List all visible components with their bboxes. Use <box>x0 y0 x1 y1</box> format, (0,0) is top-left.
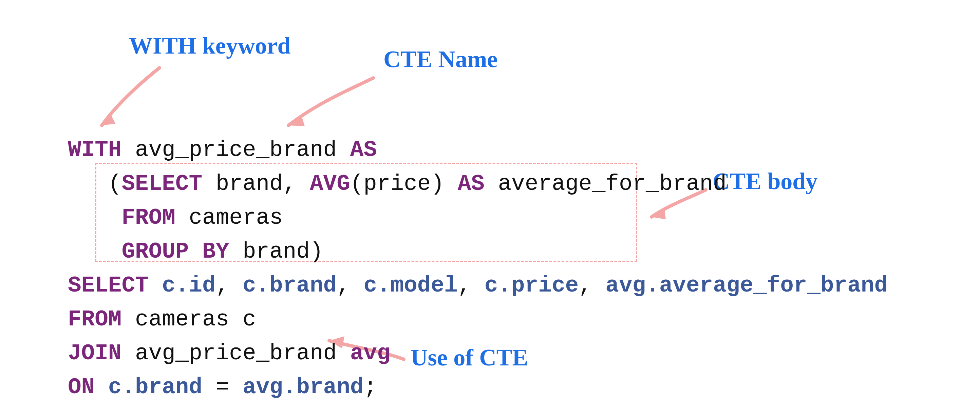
indent-3 <box>68 205 121 230</box>
tbl-cameras: cameras <box>189 205 283 230</box>
cte-name: avg_price_brand <box>135 137 350 163</box>
code-line-5: SELECT c.id, c.brand, c.model, c.price, … <box>68 274 888 297</box>
code-line-2: (SELECT brand, AVG(price) AS average_for… <box>68 173 727 195</box>
col-brand: brand, <box>216 171 310 197</box>
sep-1: , <box>216 273 243 298</box>
arrow-with-keyword <box>92 61 180 136</box>
fn-avg: AVG <box>310 171 350 197</box>
annotation-cte-body: CTE body <box>713 170 818 193</box>
col-avg-afb: avg.average_for_brand <box>605 273 888 298</box>
annotation-cte-name: CTE Name <box>383 48 498 71</box>
code-line-4: GROUP BY brand) <box>68 241 323 263</box>
col-c-brand-2: c.brand <box>108 374 216 400</box>
keyword-select: SELECT <box>121 171 215 197</box>
annotation-with-keyword: WITH keyword <box>129 34 291 58</box>
tbl-avg-price-brand: avg_price_brand <box>135 341 350 366</box>
semicolon: ; <box>363 374 377 400</box>
indent-4 <box>68 239 121 265</box>
keyword-with: WITH <box>68 137 135 163</box>
code-line-1: WITH avg_price_brand AS <box>68 139 377 162</box>
diagram-canvas: WITH keyword CTE Name CTE body Use of CT… <box>0 0 980 420</box>
col-avg-brand: avg.brand <box>243 374 363 400</box>
keyword-as-2: AS <box>458 171 498 197</box>
code-line-7: JOIN avg_price_brand avg <box>68 342 391 365</box>
eq-sign: = <box>216 374 243 400</box>
col-c-model: c.model <box>363 273 457 298</box>
keyword-group: GROUP <box>121 239 202 265</box>
keyword-from-2: FROM <box>68 307 135 332</box>
sep-3: , <box>458 273 485 298</box>
keyword-select-2: SELECT <box>68 273 162 298</box>
keyword-from: FROM <box>121 205 189 230</box>
sep-4: , <box>579 273 605 298</box>
keyword-join: JOIN <box>68 341 135 366</box>
sep-2: , <box>337 273 363 298</box>
keyword-as: AS <box>350 137 377 163</box>
code-line-3: FROM cameras <box>68 207 283 229</box>
col-c-price: c.price <box>485 273 579 298</box>
code-line-6: FROM cameras c <box>68 309 256 331</box>
alias-average: average_for_brand <box>498 171 726 197</box>
tbl-cameras-c: cameras c <box>135 307 256 332</box>
col-c-brand: c.brand <box>243 273 337 298</box>
indent-paren: ( <box>68 171 121 197</box>
keyword-on: ON <box>68 374 108 400</box>
paren-price: (price) <box>350 171 458 197</box>
col-brand-2: brand) <box>243 239 323 265</box>
code-line-8: ON c.brand = avg.brand; <box>68 376 377 399</box>
col-c-id: c.id <box>162 273 215 298</box>
alias-avg: avg <box>350 341 391 366</box>
keyword-by: BY <box>202 239 243 265</box>
annotation-use-of-cte: Use of CTE <box>410 346 528 369</box>
arrow-cte-name <box>278 71 380 139</box>
